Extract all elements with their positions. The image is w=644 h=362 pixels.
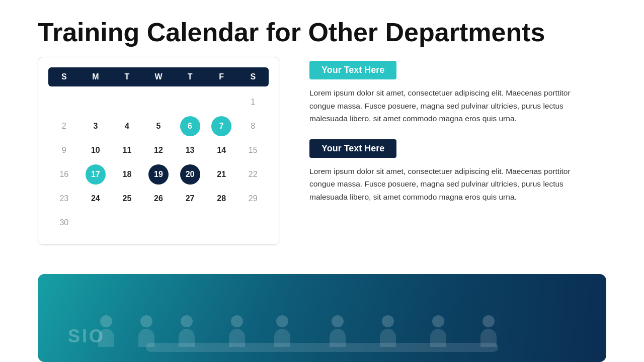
calendar-day-header: T: [174, 67, 206, 86]
calendar-cell: 6: [174, 115, 206, 138]
lorem-text-0: Lorem ipsum dolor sit amet, consectetuer…: [309, 86, 581, 125]
calendar-day-header: T: [111, 67, 143, 86]
calendar-header: SMTWTFS: [48, 67, 269, 86]
calendar-cell: 20: [174, 163, 206, 186]
calendar-day-header: S: [237, 67, 269, 86]
calendar-cell: 4: [111, 115, 143, 138]
calendar-day-header: F: [206, 67, 237, 86]
page-title: Training Calendar for Other Departments: [0, 0, 644, 57]
calendar-cell: 8: [237, 115, 269, 138]
right-panel: Your Text HereLorem ipsum dolor sit amet…: [309, 57, 606, 217]
calendar-cell: 11: [111, 139, 143, 162]
calendar-cell: 12: [143, 139, 175, 162]
person-silhouette: [380, 315, 396, 347]
calendar-cell: [174, 211, 206, 234]
calendar-cell: [48, 90, 80, 114]
text-block-1: Your Text HereLorem ipsum dolor sit amet…: [309, 139, 606, 204]
calendar-cell: 18: [111, 163, 143, 186]
calendar-cell: 16: [48, 163, 80, 186]
lorem-text-1: Lorem ipsum dolor sit amet, consectetuer…: [309, 165, 581, 204]
calendar-cell: 5: [143, 115, 175, 138]
person-silhouette: [274, 315, 290, 347]
calendar-cell: 7: [206, 115, 237, 138]
calendar-cell: [174, 90, 206, 114]
calendar-cell: 14: [206, 139, 237, 162]
calendar-cell: [80, 90, 112, 114]
calendar-cell: 19: [143, 163, 175, 186]
calendar-cell: 26: [143, 187, 175, 210]
people-scene: SIO: [38, 274, 606, 362]
calendar-cell: 2: [48, 115, 80, 138]
calendar-cell: [111, 90, 143, 114]
calendar-grid: 1234567891011121314151617181920212223242…: [48, 90, 269, 234]
calendar-day-header: M: [80, 67, 112, 86]
calendar-day-header: W: [143, 67, 175, 86]
text-badge-0: Your Text Here: [309, 61, 396, 79]
calendar-cell: 10: [80, 139, 112, 162]
calendar-cell: 24: [80, 187, 112, 210]
calendar-cell: 13: [174, 139, 206, 162]
person-silhouette: [330, 315, 346, 347]
text-block-0: Your Text HereLorem ipsum dolor sit amet…: [309, 61, 606, 125]
main-content: SMTWTFS 12345678910111213141516171819202…: [0, 57, 644, 245]
calendar-cell: 23: [48, 187, 80, 210]
calendar-cell: [143, 90, 175, 114]
calendar-cell: 30: [48, 211, 80, 234]
person-silhouette: [229, 315, 245, 347]
banner-overlay-text: SIO: [68, 326, 105, 347]
calendar-cell: 25: [111, 187, 143, 210]
calendar-cell: [237, 211, 269, 234]
page-wrapper: Training Calendar for Other Departments …: [0, 0, 644, 362]
bottom-banner: SIO: [38, 274, 606, 362]
calendar-cell: 21: [206, 163, 237, 186]
calendar-cell: [80, 211, 112, 234]
calendar-day-header: S: [48, 67, 80, 86]
person-silhouette: [138, 315, 154, 347]
calendar-cell: 29: [237, 187, 269, 210]
text-badge-1: Your Text Here: [309, 139, 396, 158]
calendar-cell: [206, 90, 237, 114]
person-silhouette: [430, 315, 446, 347]
person-silhouette: [179, 315, 195, 347]
calendar-cell: 1: [237, 90, 269, 114]
calendar-cell: 27: [174, 187, 206, 210]
calendar-cell: 28: [206, 187, 237, 210]
calendar-cell: 15: [237, 139, 269, 162]
calendar-cell: [143, 211, 175, 234]
calendar-cell: 17: [80, 163, 112, 186]
person-silhouette: [480, 315, 497, 347]
calendar-cell: 9: [48, 139, 80, 162]
calendar-card: SMTWTFS 12345678910111213141516171819202…: [38, 57, 279, 245]
calendar-cell: 3: [80, 115, 112, 138]
calendar-cell: [111, 211, 143, 234]
calendar-cell: 22: [237, 163, 269, 186]
calendar-cell: [206, 211, 237, 234]
